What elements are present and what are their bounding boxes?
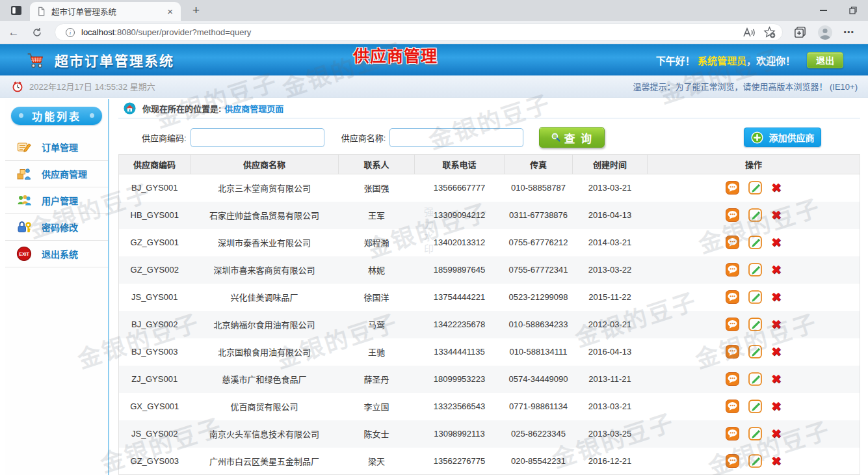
provider-code-input[interactable] <box>191 128 324 147</box>
table-cell: GZ_GYS003 <box>119 448 191 475</box>
actions-cell: ✖ <box>648 174 860 202</box>
delete-icon[interactable]: ✖ <box>771 346 782 358</box>
table-cell: 020-85542231 <box>505 448 573 475</box>
table-cell: 2016-12-21 <box>573 448 648 475</box>
table-cell: 13309094212 <box>415 202 505 229</box>
table-cell: 18099953223 <box>415 366 505 393</box>
comment-icon[interactable] <box>726 345 739 359</box>
comment-icon[interactable] <box>726 263 739 277</box>
table-cell: 13098992113 <box>415 420 505 448</box>
table-cell: 兴化佳美调味品厂 <box>191 284 339 311</box>
logout-button[interactable]: 退出 <box>807 52 843 68</box>
comment-icon[interactable] <box>726 427 739 441</box>
address-bar[interactable]: i localhost:8080/super/provider?method=q… <box>55 23 783 41</box>
minimize-button[interactable] <box>808 0 838 21</box>
datetime-text: 2022年12月17日 14:55:32 星期六 <box>29 80 155 92</box>
breadcrumb-prefix: 你现在所在的位置是: <box>142 102 221 115</box>
table-cell: 18599897645 <box>415 256 505 284</box>
table-cell: 2013-11-21 <box>573 366 648 393</box>
table-cell: HB_GYS001 <box>119 202 191 229</box>
edit-icon[interactable] <box>748 345 762 359</box>
edit-icon[interactable] <box>748 372 762 386</box>
refresh-button[interactable] <box>27 23 47 42</box>
table-cell: BJ_GYS002 <box>119 311 191 338</box>
restore-button[interactable] <box>838 0 868 21</box>
new-tab-button[interactable]: + <box>187 3 205 18</box>
site-info-icon[interactable]: i <box>66 28 75 37</box>
delete-icon[interactable]: ✖ <box>771 209 782 221</box>
actions-cell: ✖ <box>648 229 860 256</box>
comment-icon[interactable] <box>726 181 739 195</box>
edit-icon[interactable] <box>748 318 762 331</box>
table-cell: GZ_GYS002 <box>119 256 191 284</box>
tab-actions-menu-icon[interactable] <box>7 2 26 19</box>
column-header: 联系人 <box>339 155 415 174</box>
table-cell: 025-86223345 <box>505 420 573 448</box>
sidebar-item-users[interactable]: 用户管理 <box>5 187 108 214</box>
tab-title: 超市订单管理系统 <box>51 5 164 18</box>
edit-icon[interactable] <box>748 236 762 249</box>
sidebar-item-password[interactable]: 密码修改 <box>5 214 108 241</box>
comment-icon[interactable] <box>726 208 739 222</box>
comment-icon[interactable] <box>726 400 739 413</box>
edit-icon[interactable] <box>748 454 762 468</box>
table-cell: 林妮 <box>339 256 415 284</box>
back-button[interactable]: ← <box>4 23 23 42</box>
delete-icon[interactable]: ✖ <box>771 291 782 303</box>
read-aloud-icon[interactable] <box>743 27 756 38</box>
magnifier-icon <box>551 132 561 142</box>
username-link[interactable]: 系统管理员 <box>698 55 746 66</box>
page-favicon-icon <box>36 7 46 16</box>
table-cell: BJ_GYS003 <box>119 338 191 366</box>
provider-name-input[interactable] <box>389 128 523 147</box>
delete-icon[interactable]: ✖ <box>771 428 782 440</box>
sidebar-title: 功能列表 <box>11 107 102 125</box>
delete-icon[interactable]: ✖ <box>771 400 782 413</box>
edit-icon[interactable] <box>748 290 762 304</box>
delete-icon[interactable]: ✖ <box>771 236 782 249</box>
search-bar: 供应商编码: 供应商名称: 查 询 添加供应商 <box>118 127 860 148</box>
delete-icon[interactable]: ✖ <box>771 264 782 276</box>
edit-icon[interactable] <box>748 427 762 441</box>
sidebar-item-exit[interactable]: EXIT退出系统 <box>5 241 108 267</box>
actions-cell: ✖ <box>648 448 860 475</box>
favorites-star-icon[interactable] <box>763 26 776 38</box>
table-cell: 2016-04-13 <box>573 202 648 229</box>
delete-icon[interactable]: ✖ <box>771 182 782 194</box>
sidebar-item-supplier[interactable]: 供应商管理 <box>5 161 108 187</box>
tab-close-icon[interactable]: × <box>164 6 176 17</box>
add-provider-button[interactable]: 添加供应商 <box>744 128 821 147</box>
comment-icon[interactable] <box>726 372 739 386</box>
profile-avatar[interactable] <box>817 25 833 40</box>
table-cell: 2015-11-22 <box>573 284 648 311</box>
query-button[interactable]: 查 询 <box>539 127 605 148</box>
edit-icon[interactable] <box>748 400 762 413</box>
browser-menu-icon[interactable]: ⋯ <box>843 26 854 38</box>
actions-cell: ✖ <box>648 256 860 284</box>
table-cell: 0574-34449090 <box>505 366 573 393</box>
table-cell: 13754444221 <box>415 284 505 311</box>
breadcrumb: 你现在所在的位置是: 供应商管理页面 <box>118 99 860 118</box>
comment-icon[interactable] <box>726 236 739 249</box>
edit-icon[interactable] <box>748 263 762 277</box>
app-title: 超市订单管理系统 <box>55 50 174 70</box>
edit-icon[interactable] <box>748 181 762 195</box>
delete-icon[interactable]: ✖ <box>771 455 782 467</box>
breadcrumb-current[interactable]: 供应商管理页面 <box>224 102 283 115</box>
actions-cell: ✖ <box>648 284 860 311</box>
actions-cell: ✖ <box>648 366 860 393</box>
delete-icon[interactable]: ✖ <box>771 318 782 331</box>
table-cell: BJ_GYS001 <box>119 174 191 202</box>
browser-tab[interactable]: 超市订单管理系统 × <box>30 2 181 21</box>
comment-icon[interactable] <box>726 454 739 468</box>
url-text: localhost:8080/super/provider?method=que… <box>81 27 251 37</box>
collections-icon[interactable] <box>793 25 807 39</box>
edit-icon[interactable] <box>748 208 762 222</box>
comment-icon[interactable] <box>726 318 739 331</box>
provider-table: 供应商编码供应商名称联系人联系电话传真创建时间操作 BJ_GYS001北京三木堂… <box>118 154 860 475</box>
delete-icon[interactable]: ✖ <box>771 373 782 385</box>
password-icon <box>14 219 34 235</box>
sidebar-item-order[interactable]: 订单管理 <box>5 134 108 161</box>
sidebar-item-label: 用户管理 <box>42 194 78 207</box>
comment-icon[interactable] <box>726 290 739 304</box>
